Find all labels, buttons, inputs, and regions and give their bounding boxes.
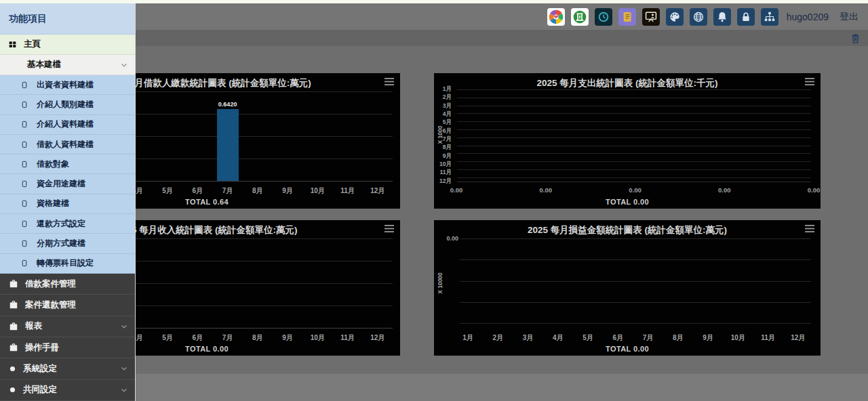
x-tick-label: 10月 — [302, 186, 332, 196]
sidebar-item-label: 介紹人資料建檔 — [37, 119, 94, 130]
x-tick-label: 6月 — [182, 333, 212, 343]
sidebar-item-label: 借款案件管理 — [25, 278, 76, 290]
briefcase-icon — [9, 300, 18, 310]
chart-total: TOTAL 0.00 — [434, 345, 821, 353]
navbar-app-icons — [547, 8, 778, 26]
sidebar-item-label: 共同設定 — [23, 384, 57, 396]
briefcase-icon — [9, 343, 18, 352]
tablet-icon — [21, 160, 28, 169]
trash-icon[interactable] — [850, 33, 861, 43]
x-tick-label: 0.00 — [450, 186, 463, 194]
x-tick-label: 12月 — [363, 333, 393, 343]
tablet-icon — [21, 219, 28, 228]
x-axis-labels: 1月2月3月4月5月6月7月8月9月10月11月12月 — [453, 333, 813, 343]
tablet-icon — [21, 140, 28, 149]
x-tick-label: 5月 — [153, 186, 182, 196]
y-tick-label: 2月 — [434, 93, 454, 102]
sidebar-item-label: 借款對象 — [37, 159, 69, 170]
sidebar-item-referrer-data[interactable]: 介紹人資料建檔 — [0, 115, 135, 135]
sidebar-item-label: 操作手冊 — [25, 342, 59, 354]
sidebar-item-fund-usage[interactable]: 資金用途建檔 — [0, 174, 135, 194]
tablet-icon — [21, 199, 28, 208]
sidebar-item-label: 報表 — [25, 320, 42, 332]
x-tick-label: 11月 — [333, 186, 363, 196]
sidebar: 功能項目 主頁基本建檔出資者資料建檔介紹人類別建檔介紹人資料建檔借款人資料建檔借… — [0, 3, 136, 401]
bar-slot — [363, 91, 393, 181]
sidebar-item-referrer-category[interactable]: 介紹人類別建檔 — [0, 95, 135, 114]
x-tick-label: 0.00 — [718, 186, 731, 194]
sidebar-item-home[interactable]: 主頁 — [0, 35, 135, 55]
gridline — [457, 177, 811, 178]
briefcase-icon — [9, 322, 18, 331]
x-tick-label: 7月 — [213, 333, 243, 343]
sidebar-item-label: 基本建檔 — [27, 59, 61, 70]
x-tick-label: 0.00 — [540, 186, 553, 194]
x-axis-line — [457, 182, 811, 182]
gridline — [457, 146, 811, 146]
sidebar-item-reports[interactable]: 報表 — [0, 316, 135, 337]
logout-button[interactable]: 登出 — [840, 11, 859, 23]
sidebar-item-borrower-data[interactable]: 借款人資料建檔 — [0, 135, 135, 154]
gridline — [460, 323, 811, 324]
gridline — [460, 259, 811, 260]
sidebar-item-label: 出資者資料建檔 — [37, 79, 94, 91]
sidebar-item-case-repayment-management[interactable]: 案件還款管理 — [0, 295, 135, 316]
bell-icon[interactable] — [713, 8, 731, 26]
chart-plot: 1月2月3月4月5月6月7月8月9月10月11月12月X 10000.000.0… — [434, 73, 821, 209]
scroll-icon[interactable] — [618, 8, 636, 26]
sidebar-item-basic-setup[interactable]: 基本建檔 — [0, 55, 135, 75]
tablet-icon — [21, 180, 28, 188]
sidebar-item-loan-case-management[interactable]: 借款案件管理 — [0, 274, 135, 295]
sidebar-item-repayment-method[interactable]: 還款方式設定 — [0, 214, 135, 234]
sidebar-item-label: 分期方式建檔 — [37, 238, 85, 249]
gridline — [460, 281, 811, 282]
clock-icon[interactable] — [595, 8, 612, 26]
x-tick-label: 11月 — [333, 333, 363, 343]
x-tick-label: 10月 — [302, 333, 332, 343]
y-tick-label: 0.00 — [442, 235, 458, 242]
sidebar-item-common-settings[interactable]: 共同設定 — [0, 380, 135, 401]
y-tick-label: 11月 — [434, 169, 454, 177]
x-tick-label: 6月 — [603, 333, 633, 343]
globe-icon[interactable] — [690, 8, 707, 26]
sidebar-item-loan-target[interactable]: 借款對象 — [0, 154, 135, 174]
y-tick-label: 9月 — [434, 152, 454, 161]
sidebar-item-funder-data[interactable]: 出資者資料建檔 — [0, 75, 135, 95]
presentation-icon[interactable] — [642, 8, 660, 26]
x-tick-label: 11月 — [753, 333, 783, 343]
x-tick-label: 5月 — [153, 333, 182, 343]
bar-slot — [273, 238, 302, 328]
sidebar-item-qualification[interactable]: 資格建檔 — [0, 194, 135, 214]
sidebar-item-installment-method[interactable]: 分期方式建檔 — [0, 234, 135, 253]
y-tick-label: 10月 — [434, 161, 454, 169]
tablet-icon — [21, 100, 28, 109]
sidebar-item-label: 資格建檔 — [37, 198, 69, 209]
chart-panel-monthly-expense: 2025 每月支出統計圖表 (統計金額單位:千元) 1月2月3月4月5月6月7月… — [434, 73, 821, 209]
chart-total: TOTAL 0.00 — [434, 198, 821, 206]
gridline — [457, 138, 811, 138]
gridline — [457, 129, 811, 130]
x-tick-label: 5月 — [573, 333, 603, 343]
tablet-icon — [21, 259, 28, 268]
bar-slot — [182, 91, 212, 181]
palette-icon[interactable] — [666, 8, 684, 26]
gridline — [457, 161, 811, 162]
bar-slot — [243, 238, 273, 328]
username[interactable]: hugo0209 — [787, 12, 829, 22]
bar-slot — [243, 91, 273, 181]
sidebar-item-system-settings[interactable]: 系統設定 — [0, 358, 135, 379]
sitemap-icon[interactable] — [761, 8, 778, 26]
x-tick-label: 12月 — [363, 186, 393, 196]
bank-icon[interactable] — [571, 8, 589, 26]
colorful-wheel-icon[interactable] — [547, 8, 565, 26]
sidebar-item-voucher-subject[interactable]: 轉傳票科目設定 — [0, 254, 135, 274]
gridline — [460, 238, 811, 239]
sidebar-item-label: 還款方式設定 — [37, 218, 85, 230]
x-tick-label: 0.00 — [629, 186, 642, 194]
sidebar-item-manual[interactable]: 操作手冊 — [0, 337, 135, 358]
gridline — [457, 89, 811, 90]
grid-icon — [9, 41, 16, 48]
lock-icon[interactable] — [737, 8, 755, 26]
bar-slot — [302, 238, 332, 328]
y-tick-label: 4月 — [434, 110, 454, 119]
